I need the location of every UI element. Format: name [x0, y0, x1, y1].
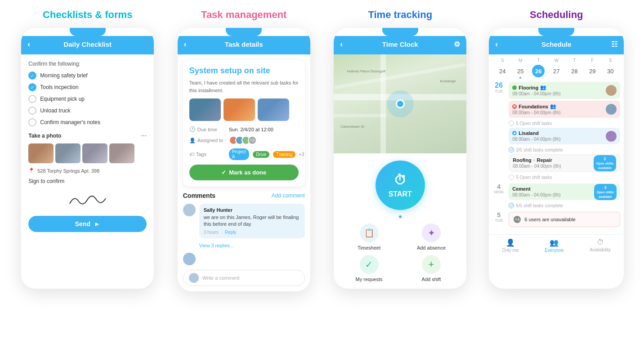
- flooring-status: [512, 85, 517, 90]
- flooring-group-icon: 👥: [540, 85, 546, 90]
- nav-availability[interactable]: ⏱ Availability: [590, 238, 611, 253]
- sched-day-26: 26 Tue Flooring 👥 08:00am - 04:00pm (8h): [492, 82, 620, 180]
- checklist-item-4[interactable]: Confirm manager's notes: [28, 118, 147, 126]
- cal-day-s1: S: [496, 58, 509, 63]
- view-replies[interactable]: View 3 replies...: [199, 243, 305, 248]
- back-arrow-sched-icon[interactable]: ‹: [495, 40, 498, 49]
- task-title: System setup on site: [189, 66, 299, 76]
- foundations-avatar: [606, 104, 617, 115]
- add-absence-label: Add absence: [417, 245, 446, 250]
- list-icon[interactable]: ☷: [611, 40, 617, 49]
- flooring-title: Flooring 👥: [512, 85, 617, 90]
- task-meta-tags: 🏷 Tags Project A Drive Training +3: [189, 148, 299, 160]
- cal-date-26[interactable]: 26: [532, 65, 545, 77]
- add-shift-item[interactable]: + Add shift: [402, 255, 461, 282]
- cal-date-29[interactable]: 29: [586, 65, 599, 77]
- comments-title: Comments: [183, 192, 215, 199]
- cal-day-s2: S: [604, 58, 617, 63]
- task-images: [189, 98, 299, 121]
- phone-notch-2: [226, 28, 262, 36]
- lisaland-status: ●: [512, 131, 517, 135]
- sched-date-col-5: 5 Tue: [492, 212, 505, 227]
- time-grid: 📋 Timesheet ✦ Add absence ✓ My requests …: [334, 220, 466, 288]
- write-comment-area[interactable]: Write a comment: [183, 270, 305, 286]
- only-me-icon: 👤: [506, 238, 515, 247]
- sched-header-title: Schedule: [541, 40, 572, 48]
- nav-everyone[interactable]: 👥 Everyone: [545, 238, 564, 253]
- add-absence-item[interactable]: ✦ Add absence: [402, 223, 461, 250]
- photo-more-icon[interactable]: ···: [141, 132, 147, 140]
- timesheet-icon: 📋: [360, 223, 379, 242]
- checklist-item-2[interactable]: Equipment pick up: [28, 95, 147, 103]
- sched-event-lisaland[interactable]: ● Lisaland 08:00am - 04:00pm (8h): [509, 128, 620, 144]
- sched-event-roofing[interactable]: Roofing › Repair 08:00am - 04:00pm (8h) …: [509, 154, 620, 172]
- back-arrow-icon[interactable]: ‹: [27, 40, 30, 49]
- avatar-count: +3: [248, 136, 257, 145]
- send-label: Send: [75, 220, 90, 228]
- tag-icon: 🏷: [189, 152, 194, 157]
- everyone-icon: 👥: [550, 238, 559, 247]
- checklist-item-1[interactable]: ✓ Tools incpection: [28, 83, 147, 91]
- photo-section-header: Take a photo ···: [28, 132, 147, 140]
- my-requests-label: My requests: [356, 277, 383, 282]
- foundations-label: Foundations: [519, 104, 548, 109]
- back-arrow-time-icon[interactable]: ‹: [340, 40, 343, 49]
- sched-day-num-5: 5: [492, 212, 505, 218]
- sched-events-26: Flooring 👥 08:00am - 04:00pm (8h) ✕ Foun…: [509, 82, 620, 180]
- sched-day-name-mon: Mon: [492, 190, 505, 194]
- mark-done-button[interactable]: ✓ Mark as done: [189, 165, 299, 180]
- open-shifts-3: 3 Open shiftsavailable: [594, 183, 617, 200]
- comment-avatar-1: [183, 204, 196, 216]
- add-comment-link[interactable]: Add comment: [272, 192, 305, 199]
- sched-day-5: 5 Tue +4 6 users are unavailable: [492, 212, 620, 227]
- nav-only-me[interactable]: 👤 Only me: [502, 238, 519, 253]
- phone-frame-checklists: ‹ Daily Checklist Confirm the following:…: [21, 28, 154, 289]
- reply-link[interactable]: Reply: [225, 230, 237, 235]
- cal-day-w: W: [550, 58, 563, 63]
- photo-thumb-1: [28, 143, 54, 163]
- checklist-item-0[interactable]: ✓ Morning safety brief: [28, 71, 147, 80]
- location-row: 📍 528 Torphy Springs Apt. 398: [28, 168, 147, 174]
- task-header: ‹ Task details: [178, 36, 310, 54]
- phone-notch-3: [382, 28, 418, 36]
- start-button[interactable]: ⏱ START: [376, 161, 425, 210]
- open-shifts-2-num: 2: [596, 156, 614, 161]
- cal-day-t1: T: [532, 58, 545, 63]
- sched-event-foundations[interactable]: ✕ Foundations 👥 08:00am - 04:00pm (8h): [509, 101, 620, 118]
- checklist-item-3[interactable]: Unload truck: [28, 107, 147, 115]
- shift-tasks-icon-4: ↺: [509, 203, 514, 208]
- check-circle-checked: ✓: [28, 71, 36, 80]
- sched-event-flooring[interactable]: Flooring 👥 08:00am - 04:00pm (8h): [509, 82, 620, 99]
- main-container: Checklists & forms ‹ Daily Checklist Con…: [0, 0, 644, 353]
- sched-event-cement[interactable]: Cement 08:00am - 04:00pm (8h) 3 Open shi…: [509, 183, 620, 200]
- check-circle-checked-1: ✓: [28, 83, 36, 91]
- timesheet-item[interactable]: 📋 Timesheet: [340, 223, 398, 250]
- back-arrow-task-icon[interactable]: ‹: [184, 40, 187, 49]
- my-requests-item[interactable]: ✓ My requests: [340, 255, 398, 282]
- phone-notch-1: [70, 28, 106, 36]
- tag-training: Training: [273, 151, 295, 158]
- gear-icon[interactable]: ⚙: [454, 40, 460, 49]
- cal-date-25[interactable]: 25: [514, 65, 527, 77]
- cal-date-27[interactable]: 27: [550, 65, 563, 77]
- open-shifts-3-label: Open shiftsavailable: [597, 190, 614, 199]
- send-button[interactable]: Send ►: [28, 216, 147, 232]
- timesheet-label: Timesheet: [358, 245, 380, 250]
- lisaland-avatar: [606, 131, 617, 142]
- sched-day-name-tue2: Tue: [492, 218, 505, 223]
- assigned-label: 👤 Assigned to: [189, 138, 225, 143]
- open-shifts-3-num: 3: [597, 184, 614, 190]
- write-comment-avatar: [189, 273, 199, 283]
- flooring-time: 08:00am - 04:00pm (8h): [512, 91, 617, 96]
- cal-date-24[interactable]: 24: [496, 65, 509, 77]
- sched-bottom-nav: 👤 Only me 👥 Everyone ⏱ Availability: [489, 234, 624, 256]
- tag-project-a: Project A: [229, 148, 249, 160]
- shift-tasks-35: ↺ 3/5 shift tasks complete: [509, 147, 620, 152]
- shift-tasks-5-2: 5 Open shift tasks: [509, 174, 620, 180]
- foundations-group-icon: 👥: [550, 103, 556, 109]
- comment-item-2: [183, 253, 305, 265]
- cal-date-30[interactable]: 30: [604, 65, 617, 77]
- section-title-checklists: Checklists & forms: [43, 9, 132, 21]
- photo-section-label: Take a photo: [28, 133, 61, 139]
- cal-date-28[interactable]: 28: [568, 65, 581, 77]
